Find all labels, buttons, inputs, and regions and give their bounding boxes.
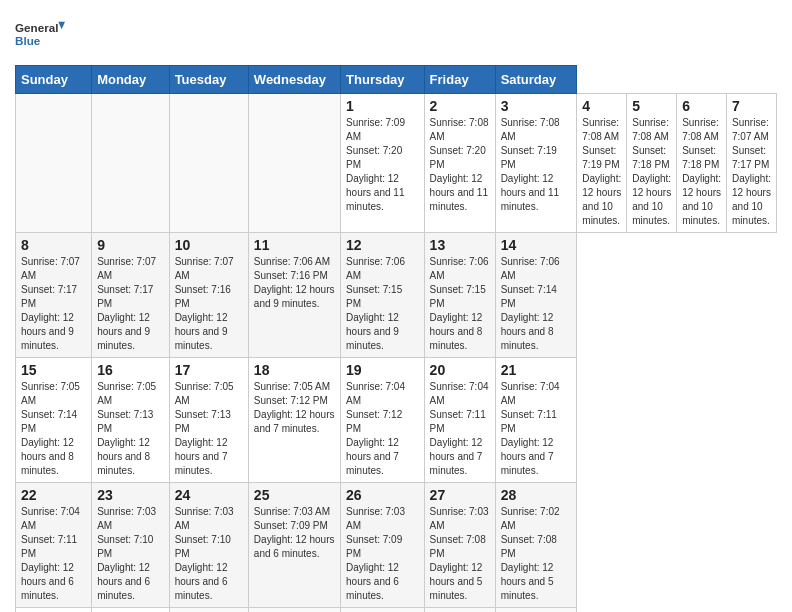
day-cell: 18 Sunrise: 7:05 AM Sunset: 7:12 PM Dayl… (248, 358, 340, 483)
day-info: Sunrise: 7:02 AM Sunset: 7:08 PM Dayligh… (501, 505, 572, 603)
day-cell: 10 Sunrise: 7:07 AM Sunset: 7:16 PM Dayl… (169, 233, 248, 358)
day-number: 11 (254, 237, 335, 253)
calendar-row: 15 Sunrise: 7:05 AM Sunset: 7:14 PM Dayl… (16, 358, 777, 483)
day-info: Sunrise: 7:07 AM Sunset: 7:17 PM Dayligh… (21, 255, 86, 353)
calendar-row: 1 Sunrise: 7:09 AM Sunset: 7:20 PM Dayli… (16, 94, 777, 233)
calendar-table: SundayMondayTuesdayWednesdayThursdayFrid… (15, 65, 777, 612)
day-cell: 5 Sunrise: 7:08 AM Sunset: 7:18 PM Dayli… (627, 94, 677, 233)
empty-cell (495, 608, 577, 613)
day-info: Sunrise: 7:04 AM Sunset: 7:11 PM Dayligh… (430, 380, 490, 478)
logo: General Blue (15, 15, 65, 55)
day-info: Sunrise: 7:06 AM Sunset: 7:14 PM Dayligh… (501, 255, 572, 353)
day-info: Sunrise: 7:05 AM Sunset: 7:14 PM Dayligh… (21, 380, 86, 478)
svg-marker-2 (58, 22, 65, 30)
day-cell: 12 Sunrise: 7:06 AM Sunset: 7:15 PM Dayl… (341, 233, 425, 358)
day-number: 21 (501, 362, 572, 378)
day-info: Sunrise: 7:03 AM Sunset: 7:09 PM Dayligh… (346, 505, 419, 603)
day-number: 16 (97, 362, 164, 378)
day-cell: 22 Sunrise: 7:04 AM Sunset: 7:11 PM Dayl… (16, 483, 92, 608)
day-number: 8 (21, 237, 86, 253)
day-cell: 6 Sunrise: 7:08 AM Sunset: 7:18 PM Dayli… (677, 94, 727, 233)
day-number: 17 (175, 362, 243, 378)
empty-cell (169, 94, 248, 233)
day-info: Sunrise: 7:09 AM Sunset: 7:20 PM Dayligh… (346, 116, 419, 214)
calendar-row: 22 Sunrise: 7:04 AM Sunset: 7:11 PM Dayl… (16, 483, 777, 608)
day-number: 3 (501, 98, 572, 114)
day-cell: 7 Sunrise: 7:07 AM Sunset: 7:17 PM Dayli… (727, 94, 777, 233)
svg-text:General: General (15, 21, 58, 34)
day-cell: 16 Sunrise: 7:05 AM Sunset: 7:13 PM Dayl… (92, 358, 170, 483)
day-number: 15 (21, 362, 86, 378)
day-cell: 3 Sunrise: 7:08 AM Sunset: 7:19 PM Dayli… (495, 94, 577, 233)
day-cell: 1 Sunrise: 7:09 AM Sunset: 7:20 PM Dayli… (341, 94, 425, 233)
day-info: Sunrise: 7:08 AM Sunset: 7:20 PM Dayligh… (430, 116, 490, 214)
day-number: 4 (582, 98, 621, 114)
day-number: 13 (430, 237, 490, 253)
day-info: Sunrise: 7:04 AM Sunset: 7:11 PM Dayligh… (501, 380, 572, 478)
calendar-row: 29 Sunrise: 7:02 AM Sunset: 7:07 PM Dayl… (16, 608, 777, 613)
day-info: Sunrise: 7:03 AM Sunset: 7:09 PM Dayligh… (254, 505, 335, 561)
header-sunday: Sunday (16, 66, 92, 94)
empty-cell (248, 94, 340, 233)
calendar-row: 8 Sunrise: 7:07 AM Sunset: 7:17 PM Dayli… (16, 233, 777, 358)
day-cell: 11 Sunrise: 7:06 AM Sunset: 7:16 PM Dayl… (248, 233, 340, 358)
day-number: 18 (254, 362, 335, 378)
logo-svg: General Blue (15, 15, 65, 55)
day-number: 7 (732, 98, 771, 114)
day-number: 20 (430, 362, 490, 378)
empty-cell (16, 94, 92, 233)
day-cell: 2 Sunrise: 7:08 AM Sunset: 7:20 PM Dayli… (424, 94, 495, 233)
header-thursday: Thursday (341, 66, 425, 94)
header-row: SundayMondayTuesdayWednesdayThursdayFrid… (16, 66, 777, 94)
day-number: 5 (632, 98, 671, 114)
day-info: Sunrise: 7:06 AM Sunset: 7:15 PM Dayligh… (430, 255, 490, 353)
empty-cell (169, 608, 248, 613)
day-number: 9 (97, 237, 164, 253)
day-cell: 24 Sunrise: 7:03 AM Sunset: 7:10 PM Dayl… (169, 483, 248, 608)
day-number: 23 (97, 487, 164, 503)
page-header: General Blue (15, 15, 777, 55)
day-number: 6 (682, 98, 721, 114)
day-cell: 26 Sunrise: 7:03 AM Sunset: 7:09 PM Dayl… (341, 483, 425, 608)
day-number: 28 (501, 487, 572, 503)
day-cell: 25 Sunrise: 7:03 AM Sunset: 7:09 PM Dayl… (248, 483, 340, 608)
day-info: Sunrise: 7:04 AM Sunset: 7:12 PM Dayligh… (346, 380, 419, 478)
day-info: Sunrise: 7:03 AM Sunset: 7:08 PM Dayligh… (430, 505, 490, 603)
day-cell: 27 Sunrise: 7:03 AM Sunset: 7:08 PM Dayl… (424, 483, 495, 608)
day-info: Sunrise: 7:03 AM Sunset: 7:10 PM Dayligh… (175, 505, 243, 603)
day-number: 1 (346, 98, 419, 114)
day-info: Sunrise: 7:07 AM Sunset: 7:16 PM Dayligh… (175, 255, 243, 353)
day-cell: 21 Sunrise: 7:04 AM Sunset: 7:11 PM Dayl… (495, 358, 577, 483)
day-number: 19 (346, 362, 419, 378)
day-number: 27 (430, 487, 490, 503)
empty-cell (92, 94, 170, 233)
day-info: Sunrise: 7:06 AM Sunset: 7:15 PM Dayligh… (346, 255, 419, 353)
day-number: 10 (175, 237, 243, 253)
day-cell: 14 Sunrise: 7:06 AM Sunset: 7:14 PM Dayl… (495, 233, 577, 358)
day-info: Sunrise: 7:07 AM Sunset: 7:17 PM Dayligh… (732, 116, 771, 228)
header-tuesday: Tuesday (169, 66, 248, 94)
day-cell: 13 Sunrise: 7:06 AM Sunset: 7:15 PM Dayl… (424, 233, 495, 358)
day-number: 25 (254, 487, 335, 503)
day-info: Sunrise: 7:05 AM Sunset: 7:13 PM Dayligh… (175, 380, 243, 478)
day-cell: 23 Sunrise: 7:03 AM Sunset: 7:10 PM Dayl… (92, 483, 170, 608)
empty-cell (248, 608, 340, 613)
day-info: Sunrise: 7:08 AM Sunset: 7:18 PM Dayligh… (682, 116, 721, 228)
day-number: 26 (346, 487, 419, 503)
day-number: 12 (346, 237, 419, 253)
day-info: Sunrise: 7:07 AM Sunset: 7:17 PM Dayligh… (97, 255, 164, 353)
day-info: Sunrise: 7:04 AM Sunset: 7:11 PM Dayligh… (21, 505, 86, 603)
header-monday: Monday (92, 66, 170, 94)
day-info: Sunrise: 7:05 AM Sunset: 7:13 PM Dayligh… (97, 380, 164, 478)
day-cell: 19 Sunrise: 7:04 AM Sunset: 7:12 PM Dayl… (341, 358, 425, 483)
day-info: Sunrise: 7:05 AM Sunset: 7:12 PM Dayligh… (254, 380, 335, 436)
day-number: 22 (21, 487, 86, 503)
day-cell: 29 Sunrise: 7:02 AM Sunset: 7:07 PM Dayl… (16, 608, 92, 613)
day-number: 24 (175, 487, 243, 503)
day-cell: 28 Sunrise: 7:02 AM Sunset: 7:08 PM Dayl… (495, 483, 577, 608)
day-info: Sunrise: 7:08 AM Sunset: 7:19 PM Dayligh… (501, 116, 572, 214)
day-cell: 17 Sunrise: 7:05 AM Sunset: 7:13 PM Dayl… (169, 358, 248, 483)
svg-text:Blue: Blue (15, 34, 41, 47)
header-saturday: Saturday (495, 66, 577, 94)
header-wednesday: Wednesday (248, 66, 340, 94)
